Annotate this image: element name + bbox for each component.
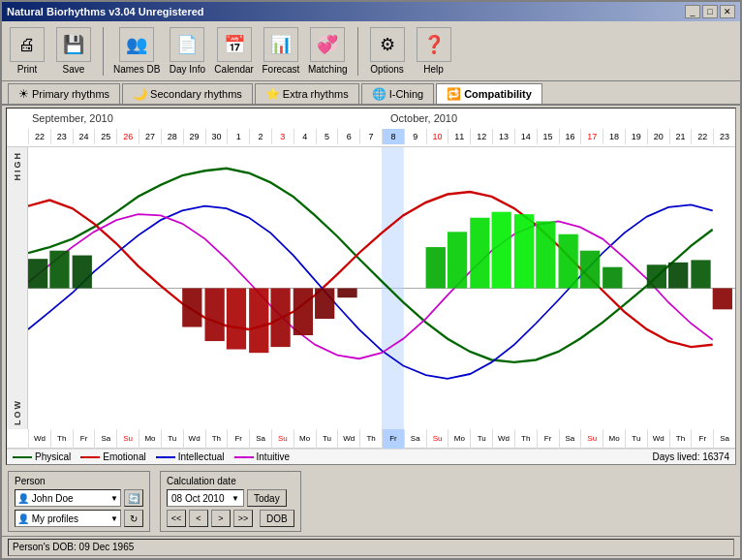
save-label: Save: [63, 64, 85, 75]
day-cell-21: Wd: [492, 429, 514, 449]
title-buttons: _ □ ✕: [685, 5, 735, 18]
date-cell-25: 17: [580, 129, 603, 144]
date-cell-14: 6: [337, 129, 359, 144]
day-cell-22: Th: [514, 429, 537, 449]
calc-date-input[interactable]: 08 Oct 2010 ▼: [167, 489, 244, 507]
dob-button[interactable]: DOB: [260, 510, 294, 527]
day-cell-16: Fr: [382, 429, 404, 449]
status-bar: Person's DOB: 09 Dec 1965: [2, 536, 740, 558]
day-cell-25: Su: [580, 429, 603, 449]
names-db-label: Names DB: [113, 64, 160, 75]
names-db-button[interactable]: 👥 Names DB: [113, 27, 160, 75]
svg-rect-5: [492, 212, 511, 289]
svg-rect-10: [603, 267, 622, 289]
matching-button[interactable]: 💞 Matching: [308, 27, 348, 75]
print-button[interactable]: 🖨 Print: [8, 27, 46, 75]
date-cell-28: 20: [647, 129, 669, 144]
low-label: LOW: [13, 399, 22, 425]
date-cell-6: 28: [161, 129, 183, 144]
tab-primary-rhythms[interactable]: ☀ Primary rhythms: [8, 83, 120, 104]
date-cell-3: 25: [94, 129, 116, 144]
day-cell-8: Th: [205, 429, 228, 449]
legend-row: Physical Emotional Intellectual Intuitiv…: [7, 449, 735, 464]
matching-label: Matching: [308, 64, 348, 75]
status-text: Person's DOB: 09 Dec 1965: [8, 539, 734, 556]
tab-compat-label: Compatibility: [464, 88, 532, 100]
physical-legend: Physical: [13, 451, 71, 462]
svg-rect-19: [294, 289, 313, 336]
maximize-button[interactable]: □: [702, 5, 718, 18]
separator-2: [357, 27, 358, 76]
date-cell-5: 27: [139, 129, 161, 144]
options-label: Options: [370, 64, 403, 75]
svg-rect-9: [580, 251, 600, 289]
tab-compatibility[interactable]: 🔁 Compatibility: [436, 83, 542, 104]
day-cell-13: Tu: [316, 429, 338, 449]
date-cell-26: 18: [603, 129, 625, 144]
svg-rect-3: [448, 232, 467, 288]
day-cell-7: Wd: [183, 429, 205, 449]
calendar-button[interactable]: 📅 Calendar: [214, 27, 254, 75]
person-group-content: 👤 John Doe ▼ 🔄 👤 My profiles ▼ ↻: [15, 489, 143, 527]
calendar-icon: 📅: [217, 27, 252, 62]
options-button[interactable]: ⚙ Options: [368, 27, 407, 75]
day-cell-9: Fr: [227, 429, 249, 449]
window-title: Natural Biorhythms v3.04 Unregistered: [7, 6, 204, 17]
help-button[interactable]: ❓ Help: [415, 27, 453, 75]
date-cell-16: 8: [382, 129, 404, 144]
person-name-combo[interactable]: 👤 John Doe ▼: [15, 489, 121, 507]
day-cell-6: Tu: [161, 429, 183, 449]
svg-rect-21: [337, 289, 356, 298]
dates-container: 2223242526272829301234567891011121314151…: [28, 129, 735, 144]
day-cell-26: Mo: [603, 429, 625, 449]
intellectual-color: [156, 456, 175, 458]
title-bar: Natural Biorhythms v3.04 Unregistered _ …: [2, 2, 740, 21]
intuitive-color: [234, 456, 254, 458]
date-cell-29: 21: [669, 129, 692, 144]
chart-body: HIGH LOW: [7, 147, 735, 429]
date-cell-8: 30: [205, 129, 228, 144]
day-cell-19: Mo: [448, 429, 470, 449]
dob-label: DOB: [266, 513, 288, 524]
print-icon: 🖨: [10, 27, 45, 62]
svg-rect-6: [514, 214, 534, 288]
forecast-icon: 📊: [263, 27, 298, 62]
person-group-label: Person: [15, 476, 143, 486]
person-edit-button[interactable]: 🔄: [124, 489, 143, 507]
forecast-button[interactable]: 📊 Forecast: [262, 27, 300, 75]
person-profile-combo[interactable]: 👤 My profiles ▼: [15, 510, 121, 527]
options-icon: ⚙: [370, 27, 405, 62]
day-info-button[interactable]: 📄 Day Info: [168, 27, 206, 75]
today-button[interactable]: Today: [247, 489, 287, 507]
chart-area: September, 2010 October, 2010 2223242526…: [6, 108, 736, 465]
save-button[interactable]: 💾 Save: [54, 27, 93, 75]
nav-last-button[interactable]: >>: [233, 510, 253, 527]
day-cell-5: Mo: [139, 429, 161, 449]
tab-iching[interactable]: 🌐 I-Ching: [361, 83, 434, 104]
person-name-row: 👤 John Doe ▼ 🔄: [15, 489, 143, 507]
tab-extra-rhythms[interactable]: ⭐ Extra rhythms: [255, 83, 359, 104]
date-cell-0: 22: [28, 129, 50, 144]
tab-secondary-label: Secondary rhythms: [150, 88, 242, 100]
nav-next-button[interactable]: >: [211, 510, 231, 527]
nav-prev-button[interactable]: <: [189, 510, 208, 527]
minimize-button[interactable]: _: [685, 5, 700, 18]
date-cell-18: 10: [426, 129, 448, 144]
close-button[interactable]: ✕: [720, 5, 735, 18]
save-icon: 💾: [56, 27, 91, 62]
profile-refresh-button[interactable]: ↻: [124, 510, 143, 527]
day-cell-20: Tu: [470, 429, 492, 449]
nav-first-button[interactable]: <<: [167, 510, 186, 527]
date-cell-21: 13: [492, 129, 514, 144]
day-cell-17: Sa: [404, 429, 426, 449]
day-cell-28: Wd: [647, 429, 669, 449]
date-cell-23: 15: [537, 129, 559, 144]
day-cell-10: Sa: [249, 429, 271, 449]
emotional-label: Emotional: [103, 451, 145, 462]
tab-secondary-rhythms[interactable]: 🌙 Secondary rhythms: [122, 83, 253, 104]
svg-rect-14: [182, 289, 201, 327]
date-cell-1: 23: [50, 129, 73, 144]
person-profile-row: 👤 My profiles ▼ ↻: [15, 510, 143, 527]
tab-iching-label: I-Ching: [389, 88, 423, 100]
combo-arrow-3: ▼: [232, 494, 239, 503]
